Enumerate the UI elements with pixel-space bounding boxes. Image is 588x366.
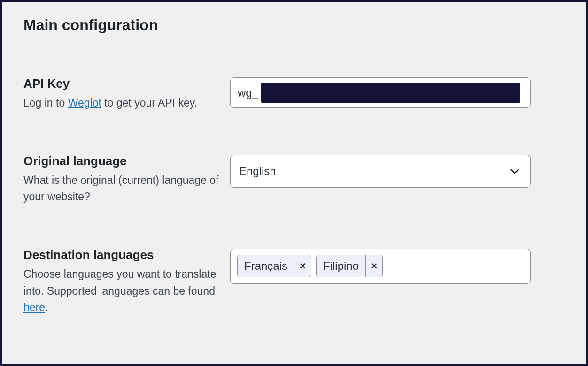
original-language-row: Original language What is the original (… xyxy=(23,154,586,206)
section-title: Main configuration xyxy=(23,16,586,48)
language-tag-label: Français xyxy=(238,255,294,277)
api-key-description: Log in to Weglot to get your API key. xyxy=(23,95,221,112)
destination-languages-row: Destination languages Choose languages y… xyxy=(23,248,586,316)
api-key-label: API Key xyxy=(23,76,221,91)
api-key-input-column: wg_ xyxy=(230,76,586,108)
original-language-input-column: English xyxy=(230,154,586,188)
destination-languages-description: Choose languages you want to translate i… xyxy=(23,266,221,316)
original-language-select[interactable]: English xyxy=(230,155,531,188)
destination-languages-label-column: Destination languages Choose languages y… xyxy=(23,248,230,316)
remove-tag-button[interactable]: × xyxy=(294,255,311,277)
api-key-redacted-icon xyxy=(261,83,520,103)
original-language-label-column: Original language What is the original (… xyxy=(23,154,230,206)
language-tag: Filipino × xyxy=(316,255,383,277)
remove-tag-button[interactable]: × xyxy=(365,255,382,277)
destination-languages-label: Destination languages xyxy=(23,248,221,262)
language-tag: Français × xyxy=(237,255,311,277)
chevron-down-icon xyxy=(510,166,520,176)
main-config-form: API Key Log in to Weglot to get your API… xyxy=(23,76,586,316)
api-key-input[interactable]: wg_ xyxy=(230,77,531,108)
destination-languages-input[interactable]: Français × Filipino × xyxy=(230,249,531,284)
original-language-description: What is the original (current) language … xyxy=(23,172,221,206)
dest-desc-suffix: . xyxy=(45,301,48,313)
api-key-desc-prefix: Log in to xyxy=(23,97,68,109)
close-icon: × xyxy=(300,260,306,272)
supported-languages-link[interactable]: here xyxy=(23,301,45,313)
api-key-prefix: wg_ xyxy=(238,86,258,99)
api-key-row: API Key Log in to Weglot to get your API… xyxy=(23,76,586,112)
close-icon: × xyxy=(371,260,377,272)
dest-desc-prefix: Choose languages you want to translate i… xyxy=(23,268,216,297)
original-language-label: Original language xyxy=(23,154,221,168)
destination-languages-input-column: Français × Filipino × xyxy=(230,248,586,284)
original-language-value: English xyxy=(239,165,276,178)
api-key-desc-suffix: to get your API key. xyxy=(101,97,197,109)
weglot-link[interactable]: Weglot xyxy=(68,97,101,109)
api-key-label-column: API Key Log in to Weglot to get your API… xyxy=(23,76,230,112)
language-tag-label: Filipino xyxy=(317,255,365,277)
